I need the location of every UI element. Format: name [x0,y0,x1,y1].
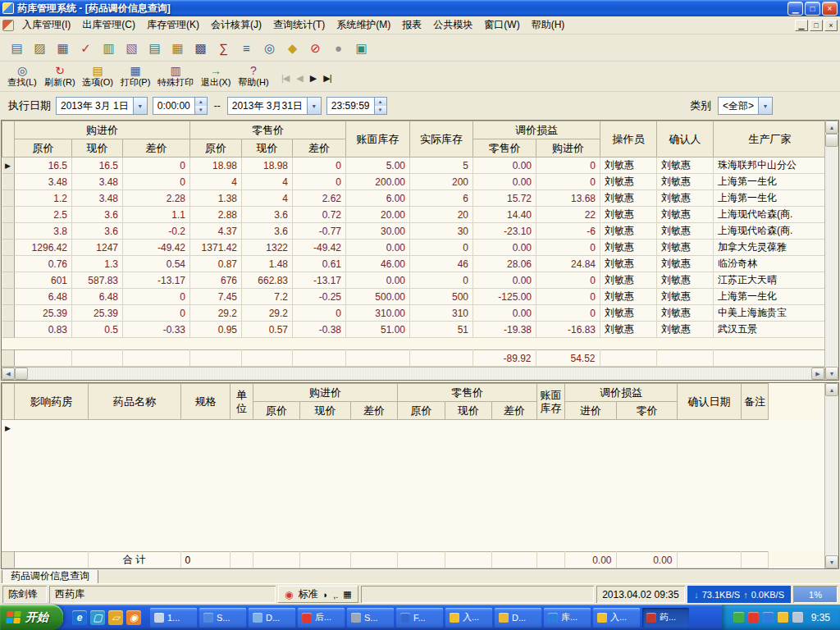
taskbar-window-button[interactable]: 药... [642,608,689,628]
table-row[interactable]: 1296.42 1247 -49.42 1371.42 1322 -49.42 … [2,240,825,256]
ime-mode-label[interactable]: 标准 [298,587,317,601]
scroll-down-icon[interactable] [825,367,838,380]
taskbar-window-button[interactable]: 后... [298,608,345,628]
taskbar-window-button[interactable]: S... [347,608,394,628]
main-grid-vscrollbar[interactable] [824,121,838,380]
menu-item[interactable]: 系统维护(M) [331,16,396,34]
next-record-button[interactable]: ▶ [310,73,316,84]
close-button[interactable]: × [822,2,838,16]
taskbar-window-button[interactable]: F... [396,608,443,628]
last-record-button[interactable]: ▶| [323,73,331,84]
main-grid-hscrollbar[interactable] [2,367,824,380]
menu-item[interactable]: 公共模块 [427,16,478,34]
table-row[interactable]: 601 587.83 -13.17 676 662.83 -13.17 0.00… [2,272,825,289]
toolbar-icon-button[interactable]: ▦ [52,38,73,58]
mdi-restore-button[interactable]: □ [810,20,823,31]
ime-logo-icon[interactable]: ◉ [285,589,293,600]
ime-punct-icon[interactable]: ,. [333,590,338,600]
category-select[interactable]: <全部> [718,97,773,115]
taskbar-window-button[interactable]: D... [249,608,295,628]
detail-grid-vscrollbar[interactable] [824,383,838,568]
menu-item[interactable]: 报表 [396,16,427,34]
date-from-picker[interactable]: 2013年 3月 1日 [56,97,148,115]
toolbar-icon-button[interactable]: ▨ [30,38,50,58]
scroll-up-icon[interactable] [825,121,838,134]
special-print-button[interactable]: ▥ 特殊打印 [154,62,197,90]
chevron-down-icon[interactable] [758,98,772,114]
mdi-minimize-button[interactable]: ▁ [795,20,808,31]
toolbar-icon-button[interactable]: ▤ [144,38,165,58]
antivirus-icon[interactable] [733,612,744,623]
time-from-spinner[interactable]: 0:00:00 [153,97,208,115]
refresh-button[interactable]: ↻ 刷新(R) [41,62,79,90]
mdi-close-button[interactable]: × [824,20,838,31]
toolbar-icon-button[interactable]: ◆ [282,38,303,58]
toolbar-icon-button[interactable]: ▥ [98,38,119,58]
menu-item[interactable]: 会计核算(J) [205,16,267,34]
chevron-down-icon[interactable] [133,98,147,114]
restore-button[interactable]: □ [805,2,820,16]
first-record-button[interactable]: |◀ [281,73,289,84]
volume-icon[interactable] [792,612,803,623]
media-player-icon[interactable]: ◉ [126,610,141,625]
update-icon[interactable] [778,612,788,623]
hscroll-thumb[interactable] [15,368,28,380]
ime-keyboard-icon[interactable]: ▦ [343,589,351,600]
scroll-up-icon[interactable] [825,383,838,396]
network-icon[interactable] [763,612,774,623]
toolbar-icon-button[interactable]: ✓ [75,38,96,58]
exit-button[interactable]: → 退出(X) [197,62,235,90]
menu-item[interactable]: 帮助(H) [526,16,571,34]
print-button[interactable]: ▦ 打印(P) [116,62,154,90]
toolbar-icon-button[interactable]: ▤ [7,38,27,58]
table-row[interactable]: 3.48 3.48 0 4 4 0 200.00 200 0.00 0 刘敏惠 … [2,174,825,190]
menu-item[interactable]: 库存管理(K) [141,16,205,34]
menu-item[interactable]: 窗口(W) [478,16,525,34]
table-row[interactable]: 1.2 3.48 2.28 1.38 4 2.62 6.00 6 15.72 1… [2,190,825,207]
minimize-button[interactable]: ▁ [788,2,803,16]
toolbar-icon-button[interactable]: ▩ [190,38,211,58]
time-to-spinner[interactable]: 23:59:59 [326,97,387,115]
scroll-left-icon[interactable] [2,368,15,380]
taskbar-window-button[interactable]: 库... [544,608,591,628]
taskbar-window-button[interactable]: 1... [150,608,197,628]
spin-up-icon[interactable] [195,98,207,106]
table-row[interactable]: 6.48 6.48 0 7.45 7.2 -0.25 500.00 500 -1… [2,289,825,305]
folder-icon[interactable]: ▱ [108,610,123,625]
date-to-picker[interactable]: 2013年 3月31日 [227,97,322,115]
table-row[interactable]: 3.8 3.6 -0.2 4.37 3.6 -0.77 30.00 30 -23… [2,223,825,240]
internet-explorer-icon[interactable]: e [72,610,87,625]
find-button[interactable]: ◎ 查找(L) [3,62,41,90]
options-button[interactable]: ▤ 选项(O) [79,62,116,90]
taskbar-window-button[interactable]: 入... [445,608,492,628]
table-row[interactable]: 25.39 25.39 0 29.2 29.2 0 310.00 310 0.0… [2,305,825,322]
table-row[interactable]: 16.5 16.5 0 18.98 18.98 0 5.00 5 0.00 0 … [2,158,825,174]
start-button[interactable]: 开始 [0,605,63,630]
show-desktop-icon[interactable]: ▢ [90,610,105,625]
menu-item[interactable]: 查询统计(T) [267,16,331,34]
toolbar-icon-button[interactable]: ∑ [213,38,234,58]
menu-item[interactable]: 出库管理(C) [76,16,141,34]
scroll-right-icon[interactable] [811,368,824,380]
taskbar-window-button[interactable]: D... [495,608,541,628]
detail-grid-body[interactable] [2,420,824,551]
toolbar-icon-button[interactable]: ▧ [121,38,142,58]
taskbar-window-button[interactable]: 入... [593,608,640,628]
table-row[interactable]: 0.76 1.3 0.54 0.87 1.48 0.61 46.00 46 28… [2,256,825,272]
taskbar-window-button[interactable]: S... [199,608,246,628]
tab-price-adjust-query[interactable]: 药品调价信息查询 [2,570,98,584]
table-row[interactable]: 2.5 3.6 1.1 2.88 3.6 0.72 20.00 20 14.40… [2,207,825,223]
toolbar-icon-button[interactable]: ● [328,38,349,58]
prev-record-button[interactable]: ◀ [296,73,302,84]
toolbar-icon-button[interactable]: ≡ [236,38,257,58]
menu-item[interactable]: 入库管理(I) [16,16,76,34]
chevron-down-icon[interactable] [307,98,321,114]
help-button[interactable]: ? 帮助(H) [235,62,272,90]
scroll-down-icon[interactable] [825,555,838,568]
ime-halfwidth-icon[interactable]: ◗ [322,590,328,600]
spin-down-icon[interactable] [375,106,386,114]
toolbar-icon-button[interactable]: ▦ [167,38,188,58]
spin-up-icon[interactable] [375,98,386,106]
spin-down-icon[interactable] [195,106,207,114]
ime-toolbar[interactable]: ◉ 标准 ◗ ,. ▦ [278,586,358,603]
